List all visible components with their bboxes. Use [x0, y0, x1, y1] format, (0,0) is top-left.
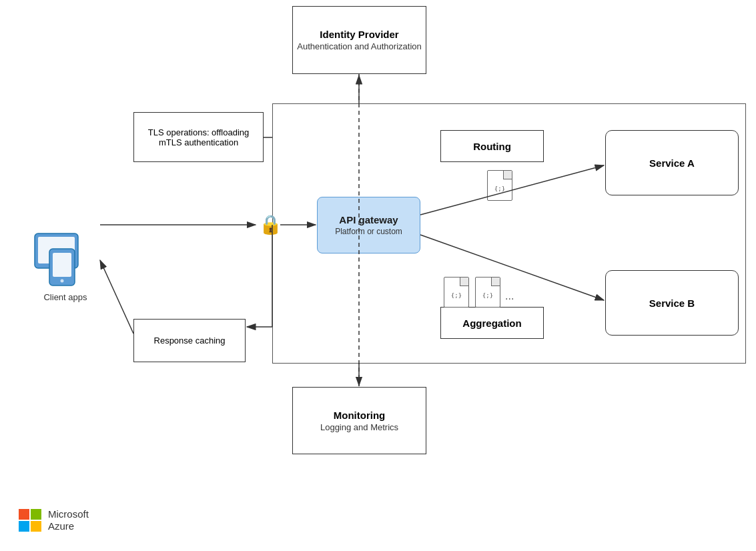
ms-squares-icon — [19, 509, 41, 532]
api-gateway-title: API gateway — [339, 214, 398, 225]
ms-square-blue — [19, 521, 29, 532]
arrow-response-to-client — [100, 260, 133, 334]
identity-subtitle: Authentication and Authorization — [297, 41, 421, 51]
client-text: Client apps — [43, 292, 87, 302]
ms-azure-text: Microsoft Azure — [48, 508, 89, 532]
ms-square-red — [19, 509, 29, 520]
tls-text: TLS operations: offloading mTLS authenti… — [138, 127, 259, 147]
identity-title: Identity Provider — [320, 29, 398, 40]
api-gateway-box: API gateway Platform or custom — [317, 197, 420, 253]
tls-label: TLS operations: offloading mTLS authenti… — [133, 112, 264, 162]
svg-rect-3 — [53, 253, 71, 277]
service-a-box: Service A — [605, 130, 739, 195]
routing-box: Routing — [440, 130, 544, 162]
ms-square-yellow — [31, 521, 41, 532]
lock-icon: 🔒 — [259, 213, 282, 235]
diagram: Identity Provider Authentication and Aut… — [0, 0, 756, 551]
routing-label: Routing — [473, 141, 511, 152]
ms-azure-logo: Microsoft Azure — [19, 508, 89, 532]
monitoring-title: Monitoring — [334, 410, 385, 421]
aggregation-dots: ... — [505, 290, 514, 302]
client-label: Client apps — [32, 292, 99, 302]
aggregation-json-icon-2: {;} — [475, 277, 500, 308]
response-caching-box: Response caching — [133, 319, 246, 362]
service-b-label: Service B — [649, 298, 695, 309]
api-gateway-subtitle: Platform or custom — [335, 227, 402, 236]
service-a-label: Service A — [649, 157, 695, 169]
routing-json-icon: {;} — [487, 170, 512, 201]
monitoring-box: Monitoring Logging and Metrics — [292, 387, 426, 454]
client-devices-icon — [21, 230, 95, 287]
svg-point-4 — [61, 280, 64, 283]
service-b-box: Service B — [605, 270, 739, 336]
aggregation-json-icon-1: {;} — [444, 277, 469, 308]
aggregation-box: Aggregation — [440, 307, 544, 339]
ms-square-green — [31, 509, 41, 520]
aggregation-label: Aggregation — [462, 318, 521, 329]
monitoring-subtitle: Logging and Metrics — [320, 422, 398, 432]
identity-provider-box: Identity Provider Authentication and Aut… — [292, 6, 426, 74]
response-text: Response caching — [154, 336, 226, 346]
